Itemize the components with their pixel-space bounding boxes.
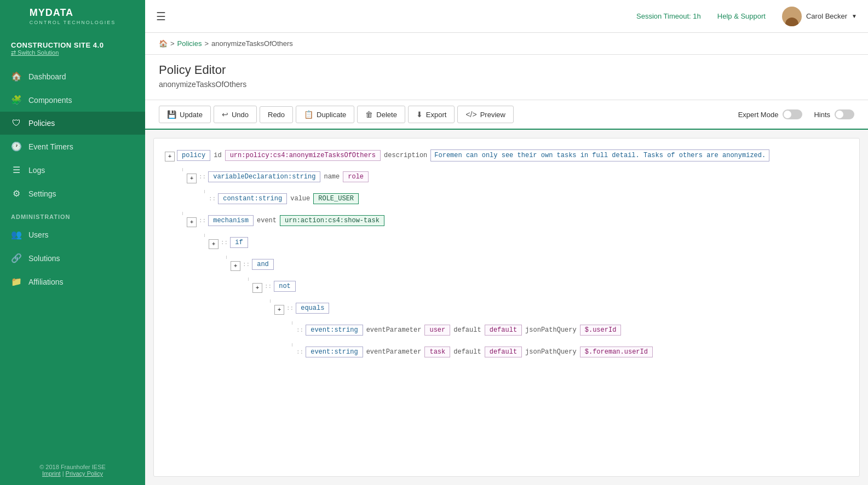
policy-row-root: + policy id urn:policy:cs4:anonymizeTask… — [165, 149, 848, 165]
policy-row-not: + :: not — [252, 281, 848, 296]
sidebar-item-components[interactable]: 🧩 Components — [0, 88, 145, 112]
mechanism-tag[interactable]: mechanism — [208, 215, 254, 226]
preview-label: Preview — [480, 111, 505, 119]
mechanism-event-val[interactable]: urn:action:cs4:show-task — [280, 215, 384, 226]
if-tag[interactable]: if — [230, 237, 248, 248]
redo-button[interactable]: Redo — [260, 106, 293, 123]
hamburger-icon[interactable]: ☰ — [156, 10, 166, 23]
not-tag[interactable]: not — [274, 281, 296, 292]
policy-row-and: + :: and — [231, 259, 848, 274]
admin-section-label: ADMINISTRATION — [0, 205, 145, 223]
affiliations-icon: 📁 — [11, 276, 22, 287]
policy-desc-val[interactable]: Foremen can only see their own tasks in … — [430, 149, 769, 161]
and-tag[interactable]: and — [252, 259, 274, 270]
sidebar-item-dashboard[interactable]: 🏠 Dashboard — [0, 65, 145, 88]
delete-button[interactable]: 🗑 Delete — [357, 106, 405, 123]
expand-policy-button[interactable]: + — [165, 152, 175, 161]
event2-default-key: default — [451, 347, 483, 357]
vardecl-name-val[interactable]: role — [343, 171, 369, 182]
policy-row-event1: :: event:string eventParameter user defa… — [296, 325, 848, 340]
drag-handle-const[interactable]: :: — [209, 195, 216, 202]
privacy-link[interactable]: Privacy Policy — [66, 470, 103, 477]
user-menu[interactable]: Carol Becker ▼ — [782, 7, 857, 26]
event1-jsonpath-val[interactable]: $.userId — [580, 325, 622, 336]
policies-breadcrumb-link[interactable]: Policies — [177, 39, 202, 48]
navbar: MYDATA CONTROL TECHNOLOGIES ☰ Session Ti… — [0, 0, 868, 33]
expand-vardecl-button[interactable]: + — [187, 174, 197, 183]
expert-mode-toggle-group: Expert Mode — [738, 109, 803, 119]
sidebar-item-users[interactable]: 👥 Users — [0, 223, 145, 246]
sidebar-item-solutions[interactable]: 🔗 Solutions — [0, 246, 145, 270]
vardecl-tag[interactable]: variableDeclaration:string — [208, 171, 320, 182]
sidebar-item-label: Logs — [28, 166, 45, 175]
undo-icon: ↩ — [222, 110, 228, 119]
footer-separator: | — [62, 470, 64, 477]
settings-icon: ⚙ — [11, 188, 22, 199]
drag-handle-equals[interactable]: :: — [286, 305, 294, 311]
sidebar-item-logs[interactable]: ☰ Logs — [0, 158, 145, 182]
sidebar-item-label: Event Timers — [28, 142, 73, 151]
drag-handle-mechanism[interactable]: :: — [199, 217, 206, 224]
policy-row-equals: + :: equals — [274, 303, 848, 318]
equals-tag[interactable]: equals — [296, 303, 329, 314]
expand-not-button[interactable]: + — [252, 283, 262, 293]
update-button[interactable]: 💾 Update — [159, 106, 211, 123]
breadcrumb-sep2: > — [204, 39, 209, 48]
solutions-icon: 🔗 — [11, 253, 22, 263]
expand-and-button[interactable]: + — [231, 261, 240, 271]
logo-sub: CONTROL TECHNOLOGIES — [30, 20, 116, 25]
export-button[interactable]: ⬇ Export — [408, 106, 455, 123]
sidebar-item-policies[interactable]: 🛡 Policies — [0, 112, 145, 135]
drag-handle-event1[interactable]: :: — [296, 327, 303, 333]
hints-toggle[interactable] — [835, 109, 854, 119]
event1-default-val[interactable]: default — [485, 325, 522, 336]
const-val-key: value — [288, 194, 312, 204]
vardecl-content: variableDeclaration:string name role — [208, 171, 369, 182]
delete-label: Delete — [376, 111, 397, 119]
help-support-link[interactable]: Help & Support — [717, 12, 766, 20]
sidebar-item-settings[interactable]: ⚙ Settings — [0, 182, 145, 205]
sidebar-item-label: Dashboard — [28, 72, 66, 81]
drag-handle-and[interactable]: :: — [243, 261, 250, 268]
event1-param-val[interactable]: user — [424, 325, 450, 336]
main-content: 🏠 > Policies > anonymizeTasksOfOthers Po… — [145, 33, 868, 485]
event2-jsonpath-key: jsonPathQuery — [523, 347, 579, 357]
layout: CONSTRUCTION SITE 4.0 ⇄ Switch Solution … — [0, 33, 868, 485]
event2-default-val[interactable]: default — [485, 347, 522, 357]
policy-row-constant: :: constant:string value ROLE_USER — [209, 193, 848, 209]
const-tag[interactable]: constant:string — [218, 193, 287, 204]
expand-equals-button[interactable]: + — [274, 305, 284, 315]
breadcrumb-current: anonymizeTasksOfOthers — [211, 39, 293, 48]
sidebar-item-event-timers[interactable]: 🕐 Event Timers — [0, 135, 145, 158]
expand-if-button[interactable]: + — [209, 239, 219, 249]
event-string2-tag[interactable]: event:string — [306, 347, 363, 357]
switch-solution-button[interactable]: ⇄ Switch Solution — [11, 49, 134, 56]
expert-mode-toggle[interactable] — [783, 109, 802, 119]
expand-mechanism-button[interactable]: + — [187, 217, 197, 227]
event-timers-icon: 🕐 — [11, 141, 22, 152]
event-string1-tag[interactable]: event:string — [306, 325, 363, 336]
event2-param-val[interactable]: task — [424, 347, 450, 357]
drag-handle-vardecl[interactable]: :: — [199, 174, 206, 180]
policy-row-vardecl: + :: variableDeclaration:string name rol… — [187, 171, 848, 187]
drag-handle-if[interactable]: :: — [221, 239, 228, 246]
drag-handle-event2[interactable]: :: — [296, 349, 303, 355]
logo: MYDATA CONTROL TECHNOLOGIES — [0, 0, 145, 33]
preview-button[interactable]: </> Preview — [457, 106, 514, 123]
const-val-val[interactable]: ROLE_USER — [313, 193, 359, 204]
imprint-link[interactable]: Imprint — [42, 470, 61, 477]
event1-default-key: default — [451, 325, 483, 335]
undo-button[interactable]: ↩ Undo — [214, 106, 257, 123]
drag-handle-not[interactable]: :: — [265, 283, 272, 290]
policies-icon: 🛡 — [11, 118, 22, 128]
policy-editor: + policy id urn:policy:cs4:anonymizeTask… — [153, 138, 860, 477]
event2-jsonpath-val[interactable]: $.foreman.userId — [580, 347, 653, 357]
policy-id-val[interactable]: urn:policy:cs4:anonymizeTasksOfOthers — [225, 150, 381, 161]
breadcrumb-sep1: > — [170, 39, 175, 48]
policy-keyword-tag[interactable]: policy — [177, 150, 210, 161]
sidebar-item-label: Affiliations — [28, 278, 64, 286]
sidebar-footer: © 2018 Fraunhofer IESE Imprint | Privacy… — [0, 455, 145, 485]
sidebar-item-affiliations[interactable]: 📁 Affiliations — [0, 270, 145, 293]
policy-row-if: + :: if — [209, 237, 848, 252]
duplicate-button[interactable]: 📋 Duplicate — [296, 106, 354, 123]
